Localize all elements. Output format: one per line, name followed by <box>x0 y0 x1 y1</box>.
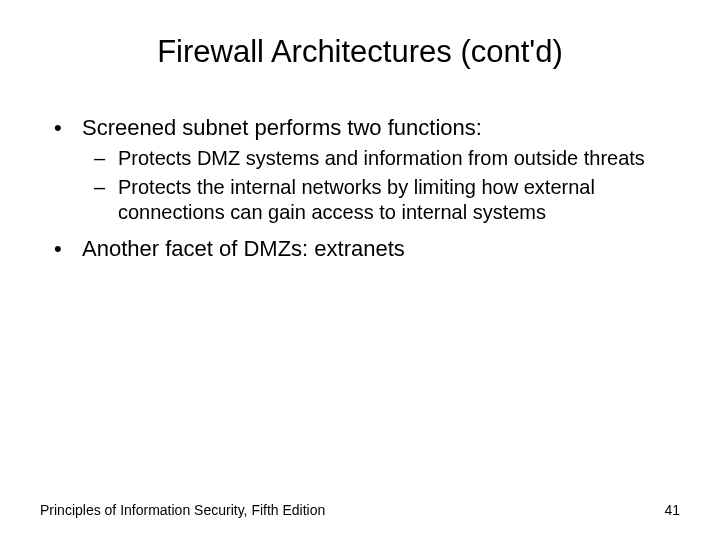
slide-title: Firewall Architectures (cont'd) <box>40 34 680 70</box>
slide-body: Screened subnet performs two functions: … <box>40 114 680 262</box>
sub-bullet-text: Protects DMZ systems and information fro… <box>118 147 645 169</box>
footer-left-text: Principles of Information Security, Fift… <box>40 502 325 518</box>
slide: Firewall Architectures (cont'd) Screened… <box>0 0 720 540</box>
slide-footer: Principles of Information Security, Fift… <box>40 502 680 518</box>
bullet-list-level2: Protects DMZ systems and information fro… <box>82 146 680 225</box>
sub-bullet-item: Protects the internal networks by limiti… <box>82 175 680 225</box>
sub-bullet-item: Protects DMZ systems and information fro… <box>82 146 680 171</box>
page-number: 41 <box>664 502 680 518</box>
bullet-item: Another facet of DMZs: extranets <box>40 235 680 263</box>
bullet-text: Another facet of DMZs: extranets <box>82 236 405 261</box>
bullet-text: Screened subnet performs two functions: <box>82 115 482 140</box>
bullet-item: Screened subnet performs two functions: … <box>40 114 680 225</box>
sub-bullet-text: Protects the internal networks by limiti… <box>118 176 595 223</box>
bullet-list-level1: Screened subnet performs two functions: … <box>40 114 680 262</box>
